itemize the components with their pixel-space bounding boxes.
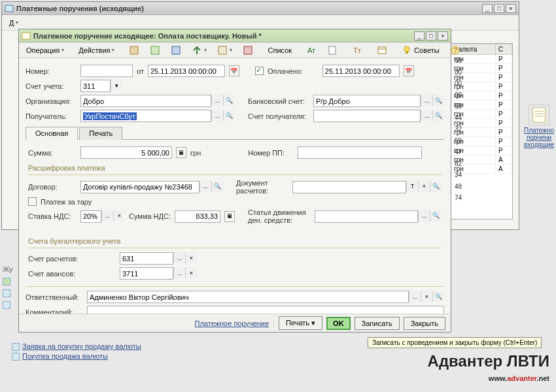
journal-icon-3[interactable] [3, 301, 13, 309]
tool-icon-3[interactable] [166, 44, 186, 57]
advance-clear-button[interactable]: × [185, 267, 197, 278]
org-search-button[interactable]: 🔍 [223, 95, 235, 106]
cashflow-input[interactable] [315, 210, 418, 223]
outer-maximize-button[interactable]: □ [494, 4, 504, 13]
journal-label: Жу [3, 265, 13, 273]
paid-checkbox[interactable] [255, 67, 264, 75]
tab-main[interactable]: Основная [26, 127, 78, 140]
outer-close-button[interactable]: × [506, 4, 516, 13]
sidebar-link-3[interactable]: входящие [522, 141, 556, 148]
tool-icon-1[interactable] [124, 44, 144, 57]
operation-button[interactable]: Операция▾ [22, 44, 69, 57]
tool-icon-2[interactable] [145, 44, 165, 57]
date-from-input[interactable]: 25.11.2013 00:00:00 [148, 65, 225, 77]
org-input[interactable]: Добро [80, 95, 211, 107]
bank-search-button[interactable]: 🔍 [432, 95, 444, 106]
payee-select-button[interactable]: ... [211, 110, 223, 121]
bank-input[interactable]: Р/р Добро [313, 95, 421, 107]
calc-icon[interactable]: 🖩 [176, 147, 186, 158]
number-input[interactable] [80, 65, 133, 77]
outer-title: Платежные поручения (исходящие) [16, 5, 482, 12]
bank-select-button[interactable]: ... [421, 95, 432, 106]
settle-select-button[interactable]: ... [173, 252, 185, 263]
vat-rate-select-button[interactable]: ... [101, 210, 113, 221]
pp-input[interactable] [298, 146, 422, 159]
actions-button[interactable]: Действия▾ [74, 44, 119, 57]
sidebar-link-1[interactable]: Платежно [522, 127, 556, 134]
calc-icon-2[interactable]: 🖩 [224, 211, 235, 222]
sidebar-link-2[interactable]: порчени [522, 134, 556, 141]
tare-checkbox[interactable] [28, 197, 37, 206]
contract-input[interactable]: Договір купівлі-продажу №23468 [80, 181, 200, 193]
grid-header-c[interactable]: С [496, 44, 512, 55]
tool-icon-6[interactable] [238, 44, 258, 57]
svg-text:?: ? [453, 46, 457, 54]
journal-icon-2[interactable] [3, 289, 13, 297]
settle-clear-button[interactable]: × [185, 252, 197, 263]
dialog-maximize-button[interactable]: □ [426, 31, 436, 41]
tool-icon-9[interactable]: Тт [347, 44, 367, 57]
payee-label: Получатель: [26, 112, 77, 120]
settle-input[interactable]: 631 [120, 252, 173, 265]
vat-rate-clear-button[interactable]: × [113, 210, 125, 221]
contract-search-button[interactable]: 🔍 [211, 181, 223, 192]
doc-clear-button[interactable]: × [418, 181, 430, 192]
resp-search-button[interactable]: 🔍 [432, 291, 444, 302]
svg-rect-9 [218, 46, 226, 54]
vat-rate-input[interactable]: 20% [80, 210, 101, 223]
advance-input[interactable]: 3711 [120, 267, 173, 280]
sidebar-shortcut[interactable]: Платежно порчени входящие [522, 105, 556, 148]
ok-button[interactable]: OK [326, 317, 351, 330]
dialog-minimize-button[interactable]: _ [414, 31, 425, 41]
print-button[interactable]: Печать ▾ [279, 316, 322, 330]
app-icon [5, 4, 14, 13]
tool-icon-10[interactable] [372, 44, 392, 57]
resp-input[interactable]: Админенко Віктор Сергійович [87, 291, 409, 303]
paid-date-input[interactable]: 25.11.2013 00:00:00 [322, 65, 400, 77]
link-currency-trade[interactable]: Покупка продажа валюты [12, 352, 141, 361]
account-dropdown-button[interactable]: ▾ [111, 80, 122, 91]
tips-button[interactable]: Советы [397, 44, 443, 57]
dialog-close-button[interactable]: × [438, 31, 448, 41]
contract-select-button[interactable]: ... [200, 181, 211, 192]
outer-toolbar-item[interactable]: Д▾ [5, 16, 23, 29]
calendar-icon-2[interactable]: 📅 [404, 65, 414, 76]
watermark: Адвантер ЛВТИ www.advanter.net [428, 352, 549, 384]
outer-minimize-button[interactable]: _ [482, 4, 493, 13]
resp-clear-button[interactable]: × [421, 291, 432, 302]
vat-sum-input[interactable]: 833,33 [175, 210, 220, 223]
tool-icon-4[interactable]: ▾ [187, 44, 211, 57]
account-input[interactable]: 311 [80, 80, 111, 92]
payee-input[interactable]: УкрПостачСбут [80, 110, 211, 122]
org-label: Организация: [26, 97, 77, 105]
payee-search-button[interactable]: 🔍 [223, 110, 235, 121]
tool-icon-8[interactable] [322, 44, 342, 57]
dialog-icon [22, 31, 31, 41]
payee-acct-input[interactable] [313, 110, 421, 122]
cashflow-search-button[interactable]: 🔍 [430, 210, 442, 221]
tab-print[interactable]: Печать [79, 127, 122, 140]
calendar-icon[interactable]: 📅 [229, 65, 239, 76]
doc-t-button[interactable]: T [406, 181, 418, 192]
advance-select-button[interactable]: ... [173, 267, 185, 278]
doc-link[interactable]: Платежное поручение [195, 319, 269, 327]
payee-acct-select-button[interactable]: ... [421, 110, 432, 121]
account-label: Счет учета: [26, 82, 77, 90]
doc-input[interactable] [292, 181, 406, 193]
journal-icon-1[interactable] [3, 277, 13, 286]
payee-acct-search-button[interactable]: 🔍 [432, 110, 444, 121]
cashflow-select-button[interactable]: ... [418, 210, 430, 221]
watermark-title: Адвантер ЛВТИ [428, 352, 549, 370]
resp-select-button[interactable]: ... [409, 291, 421, 302]
tare-label: Платеж за тару [41, 198, 92, 206]
tool-icon-7[interactable]: Ат [302, 44, 321, 57]
list-button[interactable]: Список [263, 44, 296, 57]
save-button[interactable]: Записать [355, 317, 400, 330]
close-button[interactable]: Закрыть [404, 317, 445, 330]
svg-rect-0 [5, 5, 13, 12]
sum-input[interactable]: 5 000,00 [80, 146, 172, 159]
tool-icon-5[interactable]: ▾ [213, 44, 237, 57]
doc-search-button[interactable]: 🔍 [430, 181, 442, 192]
org-select-button[interactable]: ... [211, 95, 223, 106]
link-currency-request[interactable]: Заявка на покупку продажу валюты [12, 342, 141, 351]
